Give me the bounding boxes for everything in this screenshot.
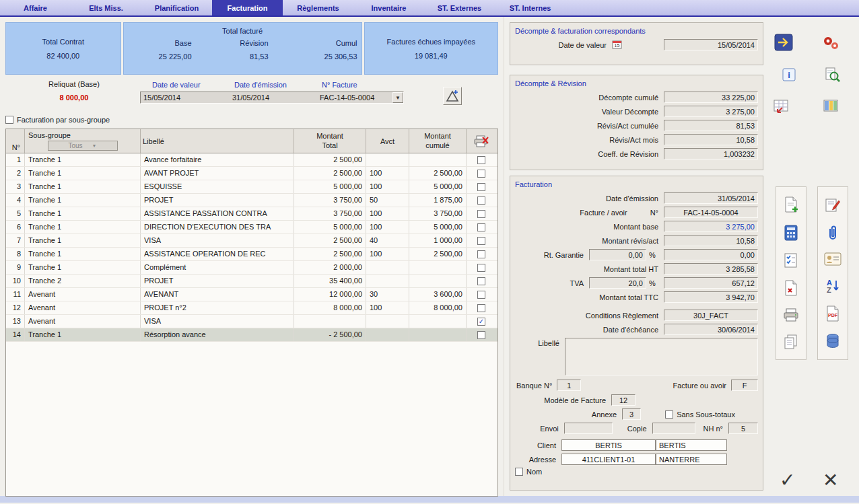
tva-field[interactable]: 657,12 (664, 277, 758, 289)
adresse-ville-field[interactable]: NANTERRE (656, 454, 727, 465)
tab-inventaire[interactable]: Inventaire (353, 0, 424, 15)
pdf-icon[interactable]: PDF (825, 305, 840, 322)
client-code-field[interactable]: BERTIS (561, 439, 656, 451)
database-icon[interactable] (825, 333, 840, 349)
tab-st-internes[interactable]: ST. Internes (495, 0, 565, 15)
invoice-combo-field[interactable]: 15/05/2014 31/05/2014 FAC-14-05-0004 ▼ (140, 92, 404, 104)
sous-groupe-filter-select[interactable]: Tous▼ (48, 141, 118, 151)
row-print-checkbox[interactable] (477, 237, 485, 245)
decompte-field-value[interactable]: 10,58 (664, 134, 758, 145)
tab-planification[interactable]: Planification (141, 0, 212, 15)
selector-date-emission[interactable]: 31/05/2014 (230, 94, 317, 102)
table-row[interactable]: 10Tranche 2PROJET35 400,00 (6, 275, 497, 288)
row-print-checkbox[interactable] (477, 183, 485, 191)
col-sous-groupe[interactable]: Sous-groupe Tous▼ (25, 129, 141, 153)
row-print-checkbox[interactable] (477, 170, 485, 178)
row-print-checkbox[interactable] (477, 250, 485, 258)
invoice-dropdown-button[interactable]: ▼ (392, 92, 403, 103)
tab-facturation[interactable]: Facturation (212, 0, 283, 15)
table-row[interactable]: 4Tranche 1PROJET3 750,00501 875,00 (6, 194, 497, 207)
table-row[interactable]: 8Tranche 1ASSISTANCE OPERATION DE REC2 5… (6, 248, 497, 261)
tva-pct-field[interactable]: 20,0 (589, 277, 646, 289)
tab-elts-miss[interactable]: Elts Miss. (71, 0, 141, 15)
col-num[interactable]: N° (6, 129, 25, 153)
tab-st-externes[interactable]: ST. Externes (424, 0, 495, 15)
no-print-icon[interactable] (467, 129, 496, 153)
facturation-sous-groupe-checkbox[interactable] (5, 116, 13, 124)
search-document-icon[interactable] (824, 67, 841, 83)
tab-affaire[interactable]: Affaire (0, 0, 71, 15)
rt-garantie-field[interactable]: 0,00 (664, 249, 758, 260)
rt-garantie-pct-field[interactable]: 0,00 (589, 249, 646, 260)
corr-date-valeur-field[interactable]: 15/05/2014 (664, 39, 758, 50)
table-row[interactable]: 3Tranche 1ESQUISSE5 000,001005 000,00 (6, 180, 497, 194)
nom-checkbox[interactable] (515, 468, 523, 476)
contact-card-icon[interactable] (824, 252, 841, 266)
table-row[interactable]: 6Tranche 1DIRECTION D'EXECUTION DES TRA5… (6, 221, 497, 234)
validate-button[interactable]: ✓ (780, 469, 795, 491)
copy-document-icon[interactable] (783, 334, 799, 350)
montant-base-field[interactable]: 3 275,00 (664, 221, 758, 232)
attachment-icon[interactable] (826, 225, 839, 241)
table-row[interactable]: 9Tranche 1Complément2 000,00 (6, 261, 497, 275)
table-row[interactable]: 2Tranche 1AVANT PROJET2 500,001002 500,0… (6, 167, 497, 180)
table-export-icon[interactable] (773, 99, 790, 114)
table-row[interactable]: 11AvenantAVENANT12 000,00303 600,00 (6, 288, 497, 301)
tab-r-glements[interactable]: Règlements (283, 0, 353, 15)
echeance-field[interactable]: 30/06/2014 (664, 324, 758, 335)
row-print-checkbox[interactable] (477, 264, 485, 272)
table-row[interactable]: 7Tranche 1VISA2 500,00401 000,00 (6, 234, 497, 248)
annexe-field[interactable]: 3 (622, 408, 641, 420)
col-libelle[interactable]: Libellé (141, 129, 294, 153)
decompte-field-value[interactable]: 1,003232 (664, 148, 758, 159)
client-name-field[interactable]: BERTIS (656, 439, 727, 451)
row-print-checkbox[interactable] (477, 304, 485, 312)
new-document-icon[interactable] (784, 196, 799, 213)
row-print-checkbox[interactable] (477, 223, 485, 231)
conditions-field[interactable]: 30J_FACT (664, 310, 758, 321)
table-row[interactable]: 14Tranche 1Résorption avance- 2 500,00 (6, 328, 497, 342)
calculator-icon[interactable] (784, 225, 798, 241)
decompte-field-value[interactable]: 33 225,00 (664, 92, 758, 103)
document-alert-icon[interactable] (784, 280, 798, 296)
row-print-checkbox[interactable] (477, 291, 485, 299)
table-columns-icon[interactable] (823, 99, 839, 114)
montant-ht-field[interactable]: 3 285,58 (664, 263, 758, 275)
sort-az-icon[interactable]: A Z (825, 278, 841, 294)
export-icon[interactable] (774, 34, 793, 51)
selector-num-facture[interactable]: FAC-14-05-0004 (317, 94, 392, 102)
row-print-checkbox[interactable] (477, 210, 485, 218)
copie-field[interactable] (652, 423, 695, 434)
facture-numero-field[interactable]: FAC-14-05-0004 (664, 207, 758, 218)
row-print-checkbox[interactable] (477, 331, 485, 339)
table-row[interactable]: 12AvenantPROJET n°28 000,001008 000,00 (6, 301, 497, 315)
row-print-checkbox[interactable] (477, 277, 485, 285)
print-icon[interactable] (783, 308, 799, 322)
envoi-field[interactable] (564, 423, 613, 434)
row-print-checkbox[interactable] (477, 196, 485, 205)
row-print-checkbox[interactable] (477, 156, 485, 164)
sans-sous-totaux-checkbox[interactable] (665, 410, 673, 419)
date-emission-field[interactable]: 31/05/2014 (664, 192, 758, 204)
nh-field[interactable]: 5 (728, 423, 758, 434)
cancel-button[interactable]: ✕ (823, 469, 838, 491)
col-montant-cumule[interactable]: Montantcumulé (409, 129, 467, 153)
calendar-icon[interactable]: 15 (612, 40, 622, 50)
row-print-checkbox[interactable]: ✓ (477, 318, 485, 326)
banque-field[interactable]: 1 (557, 380, 581, 391)
decompte-field-value[interactable]: 81,53 (664, 120, 758, 131)
col-avct[interactable]: Avct (366, 129, 409, 153)
checklist-icon[interactable] (784, 252, 798, 268)
modele-field[interactable]: 12 (611, 394, 635, 406)
montant-ttc-field[interactable]: 3 942,70 (664, 291, 758, 303)
table-row[interactable]: 13AvenantVISA✓ (6, 315, 497, 328)
table-row[interactable]: 1Tranche 1Avance forfaitaire2 500,00 (6, 153, 497, 167)
montant-revisact-field[interactable]: 10,58 (664, 235, 758, 246)
adresse-code-field[interactable]: 411CLIENT1-01 (561, 454, 656, 465)
col-montant-total[interactable]: MontantTotal (294, 129, 366, 153)
facture-ou-avoir-field[interactable]: F (731, 380, 758, 391)
delta-add-button[interactable] (443, 87, 462, 105)
table-row[interactable]: 5Tranche 1ASSISTANCE PASSATION CONTRA3 7… (6, 207, 497, 221)
selector-date-valeur[interactable]: 15/05/2014 (141, 94, 230, 102)
settings-gears-icon[interactable] (821, 35, 840, 51)
